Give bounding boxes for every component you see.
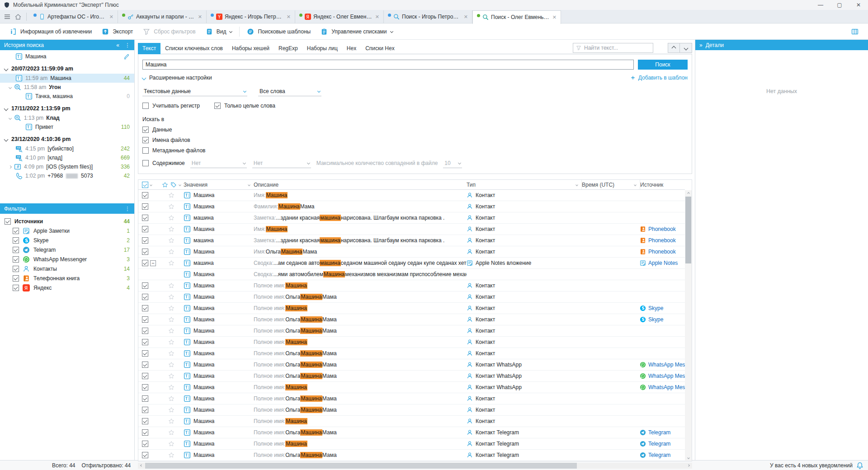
tab-close-icon[interactable]: ✕: [552, 14, 557, 20]
sources-checkbox[interactable]: [5, 218, 11, 225]
table-row[interactable]: МашинаФамилия: Машина МамаКонтакт: [138, 201, 685, 212]
filter-item[interactable]: SSkype2: [0, 235, 134, 245]
checkbox[interactable]: [142, 137, 149, 143]
collapse-toggle[interactable]: −: [150, 260, 156, 266]
source-link[interactable]: Apple Notes: [648, 260, 678, 266]
tab-close-icon[interactable]: ✕: [197, 14, 202, 20]
filter-checkbox[interactable]: [13, 256, 19, 263]
maximize-button[interactable]: ▢: [830, 0, 849, 10]
tab-close-icon[interactable]: ✕: [286, 14, 291, 20]
scrollbar-thumb[interactable]: [685, 197, 691, 263]
layout-button[interactable]: [846, 25, 863, 38]
table-row[interactable]: МашинаИмя: МашинаКонтакт: [138, 190, 685, 201]
row-star-icon[interactable]: [168, 282, 175, 289]
search-in-checkbox[interactable]: Имена файлов: [142, 137, 688, 143]
search-mode-tab[interactable]: Наборы лиц: [302, 43, 342, 54]
checkbox[interactable]: [142, 103, 149, 109]
source-link[interactable]: WhatsApp Messenger: [648, 362, 685, 368]
history-item[interactable]: Привет110: [0, 122, 134, 132]
tab-close-icon[interactable]: ✕: [374, 14, 379, 20]
export-button[interactable]: Экспорт: [97, 25, 138, 38]
row-star-icon[interactable]: [168, 294, 175, 300]
tab-case[interactable]: Поиск - Игорь Петров (др...✕: [384, 10, 472, 24]
checkbox[interactable]: [142, 127, 149, 133]
match-case-checkbox[interactable]: Учитывать регистр: [142, 103, 200, 109]
filter-item[interactable]: Контакты14: [0, 264, 134, 273]
row-checkbox[interactable]: [142, 316, 148, 323]
scroll-up-button[interactable]: [685, 190, 692, 197]
row-star-icon[interactable]: [168, 429, 175, 436]
row-star-icon[interactable]: [168, 215, 175, 221]
description-column-header[interactable]: Описание: [254, 182, 467, 188]
row-checkbox[interactable]: [142, 362, 148, 368]
select-all-checkbox[interactable]: [142, 182, 148, 188]
search-in-checkbox[interactable]: Данные: [142, 127, 688, 133]
search-mode-tab[interactable]: RegExp: [274, 43, 302, 54]
row-star-icon[interactable]: [168, 192, 175, 198]
row-checkbox[interactable]: [142, 215, 148, 221]
row-star-icon[interactable]: [168, 384, 175, 390]
search-templates-button[interactable]: Поисковые шаблоны: [242, 25, 316, 38]
table-row[interactable]: МашинаПолное имя: МашинаКонтакт: [138, 337, 685, 348]
filter-item[interactable]: Телефонная книга3: [0, 273, 134, 283]
row-star-icon[interactable]: [168, 362, 175, 368]
table-row[interactable]: МашинаПолное имя: МашинаКонтакт Telegram…: [138, 438, 685, 450]
table-row[interactable]: МашинаПолное имя: Ольга Машина МамаКонта…: [138, 314, 685, 325]
row-checkbox[interactable]: [142, 305, 148, 311]
table-row[interactable]: МашинаПолное имя: Ольга Машина МамаКонта…: [138, 359, 685, 371]
tab-close-icon[interactable]: ✕: [108, 14, 113, 20]
row-checkbox[interactable]: [142, 249, 148, 255]
tab-case[interactable]: YЯндекс - Игорь Петров (д...✕: [207, 10, 295, 24]
content-checkbox[interactable]: Содержимое: [142, 160, 185, 166]
advanced-settings-toggle[interactable]: Расширенные настройки: [142, 75, 212, 81]
filter-checkbox[interactable]: [13, 228, 19, 234]
scroll-left-button[interactable]: [138, 463, 145, 469]
row-checkbox[interactable]: [142, 294, 148, 300]
row-checkbox[interactable]: [142, 282, 148, 289]
source-link[interactable]: Telegram: [648, 429, 670, 436]
row-checkbox[interactable]: [142, 384, 148, 390]
tab-close-icon[interactable]: ✕: [463, 14, 468, 20]
values-column-header[interactable]: Значения: [184, 182, 208, 188]
source-link[interactable]: Skype: [648, 316, 663, 323]
table-row[interactable]: МашинаИмя: МашинаКонтактPhonebook: [138, 224, 685, 235]
scroll-down-button[interactable]: [685, 455, 692, 461]
source-link[interactable]: WhatsApp Messenger: [648, 384, 685, 390]
row-star-icon[interactable]: [168, 203, 175, 210]
star-column-icon[interactable]: [162, 182, 168, 188]
scrollbar-track[interactable]: [145, 463, 685, 469]
panel-menu-icon[interactable]: ⋮: [125, 206, 130, 212]
tab-active[interactable]: Поиск - Олег Евменьев (п...✕: [472, 10, 561, 24]
tab-case[interactable]: ЯЯндекс - Олег Евменьев (...✕: [295, 10, 384, 24]
max-matches-select[interactable]: 10: [443, 158, 462, 168]
checkbox[interactable]: [142, 160, 149, 166]
expand-panel-icon[interactable]: »: [699, 42, 703, 48]
search-mode-tab[interactable]: Текст: [138, 43, 160, 54]
filter-item[interactable]: Telegram17: [0, 245, 134, 254]
history-item[interactable]: 1:02 pm+7968507342: [0, 171, 134, 180]
source-link[interactable]: Phonebook: [648, 237, 676, 244]
history-item[interactable]: 11:59 amМашина44: [0, 74, 134, 83]
tab-case[interactable]: Аккаунты и пароли - Оле...✕: [118, 10, 207, 24]
source-link[interactable]: Phonebook: [648, 249, 676, 255]
history-item[interactable]: #4:09 pm[iOS (System files)]336: [0, 162, 134, 171]
search-mode-tab[interactable]: Наборы хешей: [227, 43, 274, 54]
chevron-down-icon[interactable]: [150, 183, 152, 186]
table-row[interactable]: МашинаПолное имя: МашинаКонтакт WhatsApp…: [138, 382, 685, 393]
table-row[interactable]: машинаЗаметка: ...здании красная машина …: [138, 235, 685, 246]
word-match-select[interactable]: Все слова: [258, 86, 321, 96]
table-row[interactable]: МашинаИмя: Ольга Машина МамаКонтактPhone…: [138, 246, 685, 258]
vertical-scrollbar[interactable]: [685, 190, 692, 461]
search-mode-tab[interactable]: Списки Hex: [361, 43, 399, 54]
filter-item[interactable]: ЯЯндекс4: [0, 283, 134, 292]
view-button[interactable]: Вид: [201, 25, 237, 38]
find-text-input[interactable]: Найти текст...: [573, 43, 653, 53]
row-checkbox[interactable]: [142, 226, 148, 232]
chevron-down-icon[interactable]: [179, 183, 181, 186]
row-star-icon[interactable]: [168, 441, 175, 447]
source-link[interactable]: Telegram: [648, 452, 670, 458]
row-star-icon[interactable]: [168, 373, 175, 379]
filter-group-sources[interactable]: Источники 44: [0, 216, 134, 226]
row-checkbox[interactable]: [142, 407, 148, 413]
row-checkbox[interactable]: [142, 328, 148, 334]
